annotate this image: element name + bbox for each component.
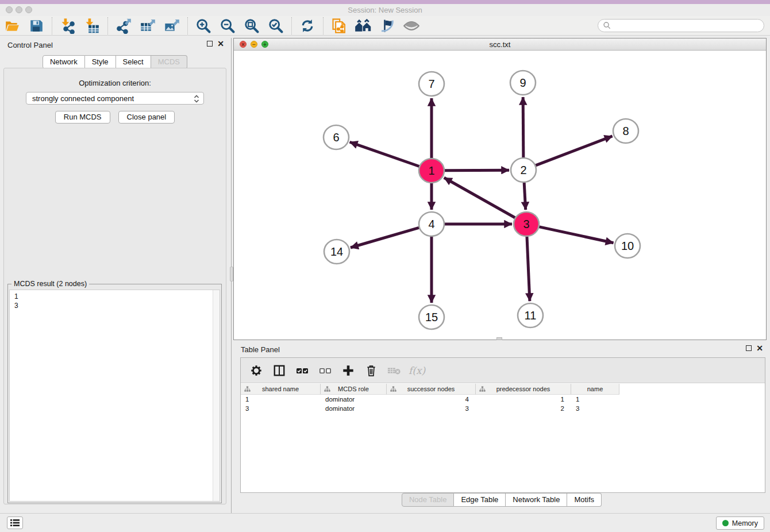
deselect-all-button[interactable] (317, 362, 334, 379)
column-header-label: successor nodes (387, 385, 475, 392)
column-header-shared-name[interactable]: shared name (241, 384, 321, 395)
import-network-icon (60, 18, 76, 34)
refresh-view-button[interactable] (298, 17, 317, 34)
tab-edge-table[interactable]: Edge Table (454, 493, 506, 507)
graph-node-4[interactable]: 4 (419, 212, 444, 236)
import-network-button[interactable] (58, 17, 78, 34)
float-panel-icon[interactable] (207, 41, 213, 47)
tab-motifs[interactable]: Motifs (567, 493, 602, 507)
network-canvas[interactable]: 7968124314101511 (234, 51, 766, 340)
open-session-button[interactable] (2, 17, 22, 34)
table-row[interactable]: 3dominator323 (241, 404, 619, 413)
table-header-row: shared nameMCDS rolesuccessor nodesprede… (241, 384, 619, 395)
graph-node-1[interactable]: 1 (419, 159, 444, 183)
memory-button[interactable]: Memory (716, 516, 764, 530)
hide-labels-button[interactable] (378, 17, 397, 34)
unchecked-boxes-icon (318, 364, 332, 377)
tab-network[interactable]: Network (43, 55, 85, 69)
attribute-tree-icon (390, 386, 396, 392)
zoom-fit-button[interactable] (242, 17, 261, 34)
svg-text:11: 11 (525, 309, 537, 322)
task-list-icon (10, 519, 20, 527)
table-settings-button[interactable] (248, 362, 265, 379)
column-header-name[interactable]: name (571, 384, 619, 395)
graph-edge-2-8[interactable] (536, 136, 613, 165)
graph-node-9[interactable]: 9 (510, 71, 536, 95)
graph-edge-3-11[interactable] (527, 237, 530, 301)
column-header-label: name (571, 385, 619, 392)
graph-edge-2-9[interactable] (523, 97, 523, 157)
show-graphics-details-button[interactable] (402, 17, 421, 34)
graph-node-3[interactable]: 3 (514, 212, 539, 236)
graph-node-6[interactable]: 6 (324, 125, 349, 149)
network-window-titlebar[interactable]: × − + scc.txt (234, 38, 766, 51)
graph-edge-2-3[interactable] (524, 183, 526, 210)
graph-node-11[interactable]: 11 (518, 303, 543, 327)
column-header-MCDS-role[interactable]: MCDS role (321, 384, 387, 395)
tab-mcds[interactable]: MCDS (151, 55, 187, 69)
network-svg: 7968124314101511 (234, 51, 766, 340)
toolbar-separator (323, 17, 324, 34)
import-table-button[interactable] (82, 17, 102, 34)
graph-edge-3-10[interactable] (539, 227, 614, 243)
graph-node-14[interactable]: 14 (324, 240, 349, 264)
close-table-panel-icon[interactable]: ✕ (756, 345, 763, 351)
function-builder-button[interactable]: f(x) (409, 362, 425, 379)
column-header-successor-nodes[interactable]: successor nodes (387, 384, 476, 395)
close-panel-button[interactable]: Close panel (118, 111, 175, 124)
float-table-panel-icon[interactable] (746, 345, 752, 351)
zoom-selected-button[interactable] (266, 17, 286, 34)
memory-label: Memory (732, 519, 758, 527)
graph-node-15[interactable]: 15 (419, 305, 444, 329)
mcds-result-title: MCDS result (2 nodes) (11, 280, 89, 288)
home-button[interactable] (353, 17, 373, 34)
home-icon (355, 18, 372, 34)
select-columns-button[interactable] (271, 362, 288, 379)
select-all-button[interactable] (294, 362, 311, 379)
mcds-result-list[interactable]: 13 (9, 290, 220, 502)
delete-column-button[interactable] (386, 362, 403, 379)
add-row-button[interactable] (340, 362, 357, 379)
network-resize-handle[interactable] (496, 337, 502, 340)
table-row[interactable]: 1dominator411 (241, 395, 619, 404)
zoom-out-button[interactable] (218, 17, 237, 34)
tab-node-table[interactable]: Node Table (402, 493, 455, 507)
export-network-button[interactable] (114, 17, 133, 34)
main-toolbar (0, 16, 770, 36)
mcds-tab-content: Optimization criterion: strongly connect… (3, 68, 226, 504)
graph-edge-1-6[interactable] (350, 142, 420, 166)
graph-node-8[interactable]: 8 (613, 119, 638, 143)
task-history-button[interactable] (7, 516, 23, 529)
svg-text:1: 1 (428, 164, 434, 177)
delete-row-button[interactable] (363, 362, 380, 379)
clone-network-button[interactable] (329, 17, 349, 34)
graph-node-10[interactable]: 10 (615, 234, 640, 258)
column-header-predecessor-nodes[interactable]: predecessor nodes (476, 384, 571, 395)
zoom-selected-icon (268, 18, 284, 34)
export-table-button[interactable] (138, 17, 157, 34)
delete-column-icon (387, 365, 401, 376)
graph-edge-4-14[interactable] (351, 228, 419, 248)
gear-icon (250, 364, 263, 377)
zoom-in-button[interactable] (194, 17, 213, 34)
save-icon (29, 18, 44, 33)
tab-network-table[interactable]: Network Table (506, 493, 567, 507)
run-mcds-button[interactable]: Run MCDS (55, 111, 110, 124)
save-session-button[interactable] (26, 17, 46, 34)
criterion-dropdown[interactable]: strongly connected component (26, 92, 204, 105)
mcds-result-line: 1 (14, 292, 220, 301)
refresh-icon (300, 18, 315, 33)
export-image-button[interactable] (162, 17, 182, 34)
graph-node-2[interactable]: 2 (511, 158, 536, 182)
checked-boxes-icon (295, 364, 309, 377)
graph-node-7[interactable]: 7 (419, 72, 444, 96)
tab-style[interactable]: Style (85, 55, 116, 69)
result-scrollbar[interactable] (213, 290, 220, 501)
graph-edge-3-1[interactable] (444, 178, 515, 218)
search-input[interactable] (598, 19, 764, 32)
tab-select[interactable]: Select (116, 55, 151, 69)
graph-edge-1-2[interactable] (444, 170, 509, 171)
svg-text:14: 14 (330, 245, 343, 258)
close-panel-icon[interactable]: ✕ (217, 41, 224, 47)
table-cell: 1 (476, 395, 571, 404)
